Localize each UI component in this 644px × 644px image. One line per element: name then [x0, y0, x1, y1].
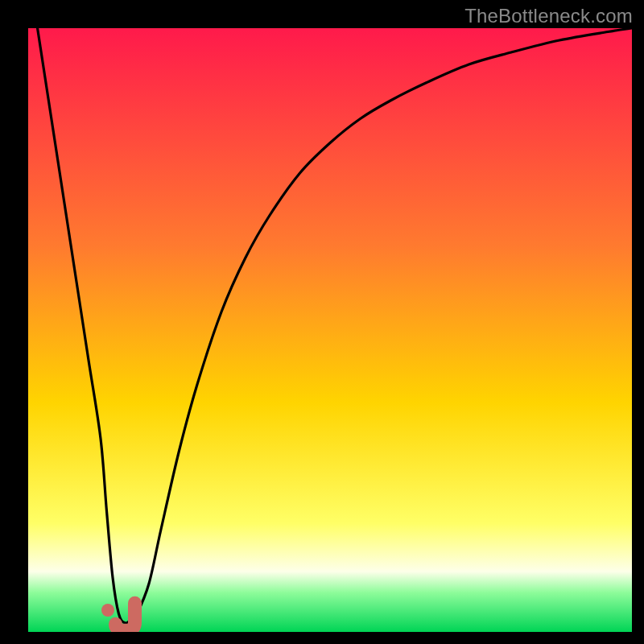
plot-area	[28, 28, 632, 632]
gradient-background	[28, 28, 632, 632]
watermark-text: TheBottleneck.com	[464, 5, 633, 27]
chart-frame: TheBottleneck.com	[0, 0, 644, 644]
left-foot-dot	[101, 604, 114, 617]
plot-svg	[28, 28, 632, 632]
